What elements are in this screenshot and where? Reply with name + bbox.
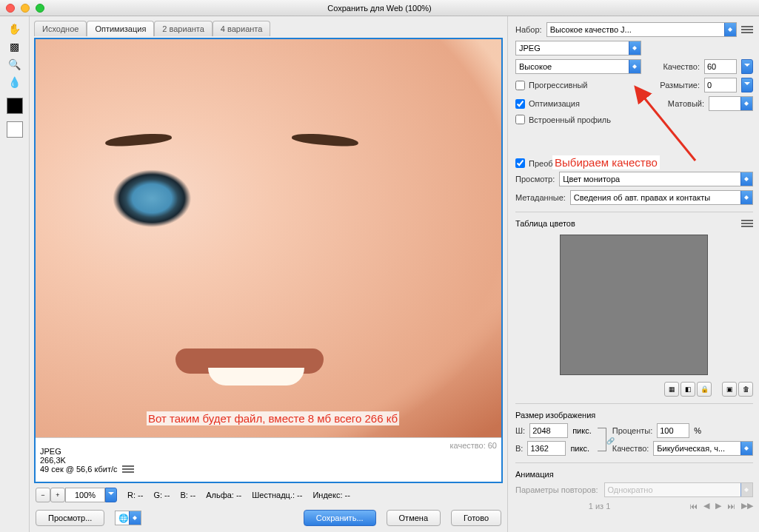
arrow-annotation-2 — [632, 84, 721, 166]
meta-label: Метаданные: — [515, 193, 566, 202]
ct-btn-3[interactable]: 🔒 — [697, 382, 712, 397]
colortable-menu-icon[interactable] — [741, 220, 753, 227]
ct-btn-1[interactable]: ▦ — [664, 382, 679, 397]
percent-label: Проценты: — [612, 426, 653, 435]
browser-preview-select[interactable]: 🌐 — [115, 511, 141, 525]
embed-profile-checkbox[interactable] — [515, 115, 525, 124]
width-unit: пикс. — [572, 426, 592, 435]
quality-label: Качество: — [663, 62, 700, 71]
zoom-window-button[interactable] — [36, 4, 44, 13]
optimized-checkbox[interactable] — [515, 99, 525, 109]
hand-tool[interactable]: ✋ — [4, 21, 25, 37]
info-time: 49 сек @ 56,6 кбит/c — [40, 465, 118, 474]
preview-image — [36, 39, 501, 437]
preview-button[interactable]: Просмотр... — [36, 510, 104, 526]
srgb-checkbox[interactable] — [515, 158, 525, 168]
cancel-button[interactable]: Отмена — [387, 510, 441, 526]
embed-profile-label: Встроенный профиль — [529, 115, 611, 124]
blur-stepper[interactable] — [741, 78, 753, 92]
width-label: Ш: — [515, 426, 525, 435]
view-select[interactable]: Цвет монитора — [559, 172, 753, 186]
panel-menu-icon[interactable] — [741, 26, 753, 33]
height-input[interactable] — [527, 441, 566, 456]
minimize-window-button[interactable] — [21, 4, 30, 13]
format-select[interactable]: JPEG — [515, 41, 641, 55]
readout-g: G: -- — [153, 491, 170, 499]
readout-b: B: -- — [180, 491, 195, 499]
close-window-button[interactable] — [6, 4, 15, 13]
pager-play: ▶▶ — [741, 501, 753, 511]
ct-btn-new[interactable]: ▣ — [722, 382, 737, 397]
loop-label: Параметры повторов: — [515, 485, 598, 494]
annotation-filesize: Вот таким будет файл, вместе 8 мб всего … — [147, 411, 399, 425]
resample-label: Качество: — [612, 444, 649, 453]
pager-last: ⏭ — [727, 502, 735, 511]
preset-label: Набор: — [515, 25, 542, 34]
zoom-tool[interactable]: 🔍 — [4, 56, 25, 73]
tab-4up[interactable]: 4 варианта — [213, 21, 271, 36]
tab-optimize[interactable]: Оптимизация — [87, 21, 154, 36]
pager-next: ▶ — [715, 501, 721, 511]
tab-source[interactable]: Исходное — [34, 21, 87, 36]
ct-btn-2[interactable]: ◧ — [681, 382, 695, 397]
info-menu-icon[interactable] — [122, 465, 134, 473]
info-size: 266,3K — [40, 456, 497, 465]
save-button[interactable]: Сохранить... — [304, 510, 376, 526]
zoom-dropdown[interactable] — [105, 488, 117, 502]
width-input[interactable] — [529, 423, 568, 438]
height-unit: пикс. — [570, 444, 589, 453]
progressive-checkbox[interactable] — [515, 81, 525, 90]
anim-label: Анимация — [515, 470, 753, 479]
preview-frame[interactable]: Вот таким будет файл, вместе 8 мб всего … — [34, 38, 503, 483]
eyedropper-tool[interactable]: 💧 — [4, 74, 25, 90]
preset-select[interactable]: Высокое качество J... — [546, 22, 737, 37]
window-title: Сохранить для Web (100%) — [0, 4, 759, 13]
zoom-in-button[interactable]: + — [50, 488, 65, 502]
imgsize-label: Размер изображения — [515, 411, 753, 420]
quality-stepper[interactable] — [741, 59, 753, 74]
meta-select[interactable]: Сведения об авт. правах и контакты — [570, 190, 753, 205]
loop-select: Однократно — [604, 482, 753, 497]
quality-input[interactable] — [704, 59, 737, 74]
constrain-link-icon[interactable] — [598, 428, 606, 451]
pager-text: 1 из 1 — [589, 502, 611, 511]
tool-strip: ✋ ▩ 🔍 💧 — [0, 16, 30, 532]
optimized-label: Оптимизация — [529, 99, 580, 108]
quality-preset-select[interactable]: Высокое — [515, 59, 641, 74]
annotation-quality: Выбираем качество — [552, 155, 660, 169]
view-label: Просмотр: — [515, 175, 555, 183]
pager-prev: ◀ — [703, 501, 709, 511]
zoom-input[interactable] — [65, 488, 105, 502]
foreground-swatch[interactable] — [7, 98, 23, 114]
height-label: В: — [515, 444, 523, 453]
pager-first: ⏮ — [689, 502, 698, 511]
preview-info-strip: JPEG 266,3K 49 сек @ 56,6 кбит/c качеств… — [36, 437, 501, 482]
readout-alpha: Альфа: -- — [206, 491, 241, 499]
done-button[interactable]: Готово — [451, 510, 501, 526]
ct-btn-trash[interactable]: 🗑 — [738, 382, 753, 397]
readout-hex: Шестнадц.: -- — [252, 491, 302, 499]
info-format: JPEG — [40, 447, 497, 456]
info-quality: качество: 60 — [449, 441, 497, 450]
action-row: Просмотр... 🌐 Сохранить... Отмена Готово — [34, 507, 503, 532]
colortable-box — [560, 235, 708, 375]
percent-suffix: % — [694, 426, 701, 435]
zoom-out-button[interactable]: − — [36, 488, 50, 502]
progressive-label: Прогрессивный — [529, 81, 588, 90]
svg-line-1 — [637, 89, 695, 161]
slice-select-tool[interactable]: ▩ — [4, 38, 25, 55]
settings-panel: Набор: Высокое качество J... JPEG Высоко… — [507, 16, 759, 532]
readout-index: Индекс: -- — [312, 491, 350, 499]
status-bar: − + R: -- G: -- B: -- Альфа: -- Шестнадц… — [34, 483, 503, 507]
tab-2up[interactable]: 2 варианта — [154, 21, 213, 36]
preview-tabs: Исходное Оптимизация 2 варианта 4 вариан… — [34, 21, 503, 36]
background-swatch[interactable] — [7, 121, 23, 138]
readout-r: R: -- — [127, 491, 143, 499]
colortable-label: Таблица цветов — [515, 219, 575, 228]
resample-select[interactable]: Бикубическая, ч... — [653, 441, 753, 456]
percent-input[interactable] — [657, 423, 689, 438]
